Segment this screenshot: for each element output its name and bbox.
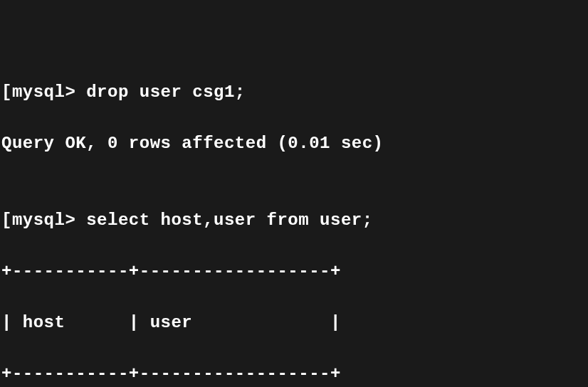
mysql-prompt: [mysql> (1, 83, 86, 102)
table-border-top: +-----------+------------------+ (1, 259, 587, 285)
prompt-line-1: [mysql> drop user csg1; (1, 80, 587, 105)
sql-command-drop-user: drop user csg1; (86, 83, 246, 102)
mysql-prompt: [mysql> (1, 211, 86, 230)
prompt-line-2: [mysql> select host,user from user; (1, 208, 587, 233)
table-border-mid: +-----------+------------------+ (1, 361, 587, 387)
sql-command-select: select host,user from user; (86, 211, 372, 230)
table-header: | host | user | (1, 310, 587, 336)
query-result-1: Query OK, 0 rows affected (0.01 sec) (1, 131, 587, 157)
